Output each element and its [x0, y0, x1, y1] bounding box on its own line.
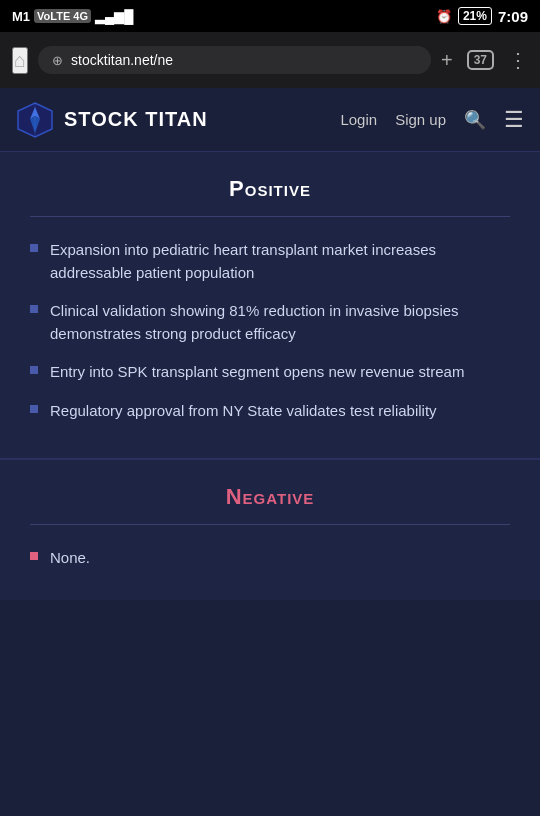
carrier-label: M1 — [12, 9, 30, 24]
positive-title: Positive — [30, 176, 510, 202]
network-label: VoLTE 4G — [34, 9, 91, 23]
list-item: Entry into SPK transplant segment opens … — [30, 361, 510, 384]
negative-title: Negative — [30, 484, 510, 510]
url-text: stocktitan.net/ne — [71, 52, 173, 68]
list-item: Expansion into pediatric heart transplan… — [30, 239, 510, 284]
browser-bar: ⌂ ⊕ stocktitan.net/ne + 37 ⋮ — [0, 32, 540, 88]
positive-divider — [30, 216, 510, 217]
bullet-text: Clinical validation showing 81% reductio… — [50, 300, 510, 345]
signup-link[interactable]: Sign up — [395, 111, 446, 128]
battery-indicator: 21% — [458, 7, 492, 25]
status-bar: M1 VoLTE 4G ▂▄▆█ ⏰ 21% 7:09 — [0, 0, 540, 32]
negative-bullets: None. — [30, 547, 510, 570]
negative-section: Negative None. — [0, 460, 540, 600]
browser-menu-button[interactable]: ⋮ — [508, 48, 528, 72]
list-item: Clinical validation showing 81% reductio… — [30, 300, 510, 345]
new-tab-button[interactable]: + — [441, 49, 453, 72]
list-item: Regulatory approval from NY State valida… — [30, 400, 510, 423]
status-left: M1 VoLTE 4G ▂▄▆█ — [12, 9, 133, 24]
bullet-text: Regulatory approval from NY State valida… — [50, 400, 437, 423]
positive-section: Positive Expansion into pediatric heart … — [0, 152, 540, 460]
bullet-icon — [30, 305, 38, 313]
header-nav: Login Sign up 🔍 ☰ — [340, 107, 524, 133]
bullet-text: Entry into SPK transplant segment opens … — [50, 361, 464, 384]
login-link[interactable]: Login — [340, 111, 377, 128]
site-header: STOCK TITAN Login Sign up 🔍 ☰ — [0, 88, 540, 152]
site-logo — [16, 101, 54, 139]
positive-bullets: Expansion into pediatric heart transplan… — [30, 239, 510, 422]
bullet-text: Expansion into pediatric heart transplan… — [50, 239, 510, 284]
url-bar[interactable]: ⊕ stocktitan.net/ne — [38, 46, 431, 74]
site-title: STOCK TITAN — [64, 108, 208, 131]
bullet-icon — [30, 366, 38, 374]
signal-icon: ▂▄▆█ — [95, 9, 133, 24]
list-item: None. — [30, 547, 510, 570]
home-button[interactable]: ⌂ — [12, 47, 28, 74]
browser-actions: + 37 ⋮ — [441, 48, 528, 72]
search-icon[interactable]: 🔍 — [464, 109, 486, 131]
bullet-icon — [30, 244, 38, 252]
negative-divider — [30, 524, 510, 525]
logo-container: STOCK TITAN — [16, 101, 208, 139]
url-shield-icon: ⊕ — [52, 53, 63, 68]
bullet-text: None. — [50, 547, 90, 570]
bullet-icon — [30, 405, 38, 413]
status-right: ⏰ 21% 7:09 — [436, 7, 528, 25]
alarm-icon: ⏰ — [436, 9, 452, 24]
main-content: Positive Expansion into pediatric heart … — [0, 152, 540, 600]
time-display: 7:09 — [498, 8, 528, 25]
bullet-icon — [30, 552, 38, 560]
tab-count-button[interactable]: 37 — [467, 50, 494, 70]
hamburger-icon[interactable]: ☰ — [504, 107, 524, 133]
